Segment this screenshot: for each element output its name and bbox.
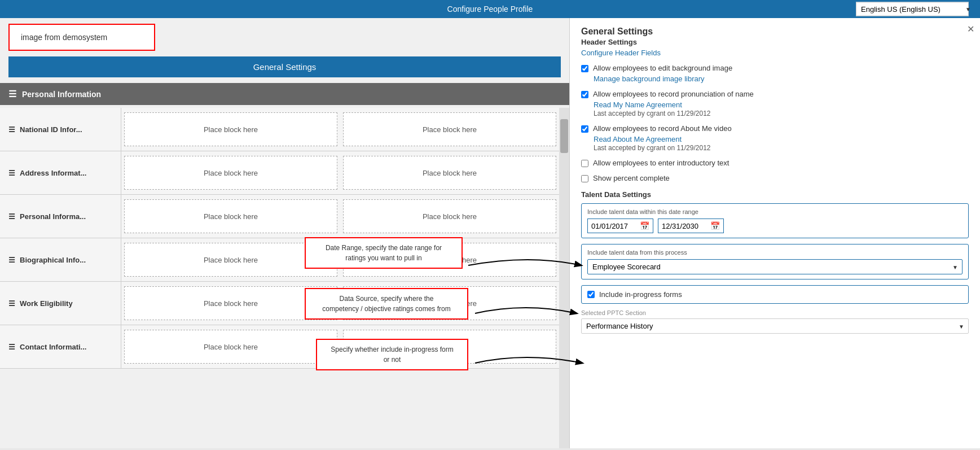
checkbox-percent-complete[interactable] bbox=[581, 175, 588, 182]
place-block-cell[interactable]: Place block here bbox=[343, 156, 556, 190]
right-panel-subtitle: Header Settings bbox=[581, 38, 969, 46]
table-row: ☰ Work Eligibility Place block here Plac… bbox=[0, 282, 559, 325]
date-range-box: Include talent data within this date ran… bbox=[581, 203, 969, 238]
scrollbar[interactable] bbox=[559, 108, 569, 448]
demo-image-box: image from demosystem bbox=[8, 24, 155, 51]
checkbox-row-percent-complete: Show percent complete bbox=[581, 174, 969, 182]
table-row: ☰ Biographical Info... Place block here … bbox=[0, 238, 559, 282]
checkbox-row-background-image: Allow employees to edit background image bbox=[581, 64, 969, 72]
close-icon[interactable]: ✕ bbox=[967, 24, 974, 34]
process-label: Include talent data from this process bbox=[587, 249, 963, 256]
page-title: Configure People Profile bbox=[447, 5, 533, 14]
date-range-row: 📅 📅 bbox=[587, 219, 963, 233]
sub-link-pronunciation: Read My Name Agreement Last accepted by … bbox=[594, 101, 969, 117]
personal-information-section: ☰ Personal Information bbox=[0, 83, 569, 105]
table-row: ☰ National ID Infor... Place block here … bbox=[0, 108, 559, 151]
calendar-start-icon[interactable]: 📅 bbox=[640, 221, 649, 230]
read-about-me-agreement-link[interactable]: Read About Me Agreement bbox=[594, 135, 682, 143]
place-block-cell[interactable] bbox=[343, 330, 556, 364]
drag-handle-icon: ☰ bbox=[8, 343, 15, 351]
left-panel: image from demosystem General Settings ☰… bbox=[0, 18, 570, 448]
place-block-cell[interactable]: Place block here bbox=[124, 286, 337, 320]
read-my-name-agreement-link[interactable]: Read My Name Agreement bbox=[594, 101, 682, 109]
right-panel: ✕ General Settings Header Settings Confi… bbox=[570, 18, 980, 448]
place-block-cell[interactable]: Place block here bbox=[343, 199, 556, 233]
checkbox-pronunciation[interactable] bbox=[581, 91, 588, 98]
place-block-cell[interactable]: Place block here bbox=[124, 156, 337, 190]
process-box: Include talent data from this process Em… bbox=[581, 244, 969, 279]
table-row: ☰ Contact Informati... Place block here bbox=[0, 325, 559, 369]
drag-handle-icon: ☰ bbox=[8, 299, 15, 308]
row-cells: Place block here Place block here bbox=[121, 108, 559, 151]
table-row: ☰ Personal Informa... Place block here P… bbox=[0, 195, 559, 238]
drag-handle-icon: ☰ bbox=[8, 125, 15, 134]
main-container: image from demosystem General Settings ☰… bbox=[0, 18, 980, 448]
pptc-select[interactable]: Performance History Goals Competencies bbox=[581, 318, 969, 334]
place-block-cell[interactable]: Place block here bbox=[124, 199, 337, 233]
drag-handle-icon: ☰ bbox=[8, 169, 15, 177]
scroll-thumb[interactable] bbox=[560, 119, 568, 153]
place-block-cell[interactable]: Place block here bbox=[124, 243, 337, 277]
inprogress-label: Include in-progress forms bbox=[599, 290, 682, 299]
grid-scroll-area: ☰ National ID Infor... Place block here … bbox=[0, 108, 559, 448]
checkbox-row-about-me: Allow employees to record About Me video bbox=[581, 124, 969, 133]
drag-handle-icon: ☰ bbox=[8, 256, 15, 264]
inprogress-checkbox[interactable] bbox=[587, 291, 595, 298]
date-end-input[interactable] bbox=[662, 222, 707, 230]
drag-handle-icon: ☰ bbox=[8, 212, 15, 221]
place-block-cell[interactable]: Place block here bbox=[124, 112, 337, 146]
row-label-contact: ☰ Contact Informati... bbox=[0, 325, 121, 368]
place-block-cell[interactable]: Place block here bbox=[343, 243, 556, 277]
date-range-label: Include talent data within this date ran… bbox=[587, 208, 963, 215]
row-cells: Place block here Place block here bbox=[121, 238, 559, 281]
checkbox-row-pronunciation: Allow employees to record pronunciation … bbox=[581, 90, 969, 98]
date-start-input[interactable] bbox=[591, 222, 636, 230]
language-selector[interactable]: English US (English US) bbox=[856, 2, 969, 16]
about-me-subtext: Last accepted by cgrant on 11/29/2012 bbox=[594, 144, 711, 152]
top-bar: Configure People Profile English US (Eng… bbox=[0, 0, 980, 18]
row-cells: Place block here bbox=[121, 325, 559, 368]
date-end-wrapper: 📅 bbox=[658, 219, 724, 233]
row-label-work-eligibility: ☰ Work Eligibility bbox=[0, 282, 121, 325]
inprogress-box: Include in-progress forms bbox=[581, 285, 969, 304]
checkbox-background-image[interactable] bbox=[581, 65, 588, 72]
row-label-address: ☰ Address Informat... bbox=[0, 151, 121, 194]
right-panel-title: General Settings bbox=[581, 27, 969, 37]
pptc-section: Selected PPTC Section Performance Histor… bbox=[581, 309, 969, 334]
row-label-national-id: ☰ National ID Infor... bbox=[0, 108, 121, 151]
row-cells: Place block here Place block here bbox=[121, 195, 559, 238]
general-settings-button[interactable]: General Settings bbox=[8, 56, 561, 77]
sub-link-about-me: Read About Me Agreement Last accepted by… bbox=[594, 135, 969, 152]
pronunciation-subtext: Last accepted by cgrant on 11/29/2012 bbox=[594, 110, 711, 117]
checkbox-intro-text[interactable] bbox=[581, 160, 588, 167]
calendar-end-icon[interactable]: 📅 bbox=[710, 221, 720, 230]
row-label-personal-info: ☰ Personal Informa... bbox=[0, 195, 121, 238]
pptc-label: Selected PPTC Section bbox=[581, 309, 969, 316]
table-row: ☰ Address Informat... Place block here P… bbox=[0, 151, 559, 195]
checkbox-about-me[interactable] bbox=[581, 125, 588, 133]
row-label-biographical: ☰ Biographical Info... bbox=[0, 238, 121, 281]
place-block-cell[interactable]: Place block here bbox=[124, 330, 337, 364]
checkbox-row-intro-text: Allow employees to enter introductory te… bbox=[581, 159, 969, 167]
talent-data-section-label: Talent Data Settings bbox=[581, 190, 969, 199]
process-select-wrapper[interactable]: Employee Scorecard Performance Review 36… bbox=[587, 259, 963, 274]
place-block-cell[interactable]: Place block here bbox=[343, 286, 556, 320]
date-start-wrapper: 📅 bbox=[587, 219, 653, 233]
manage-background-library-link[interactable]: Manage background image library bbox=[594, 75, 705, 83]
hamburger-icon: ☰ bbox=[8, 89, 16, 99]
pptc-select-wrapper[interactable]: Performance History Goals Competencies bbox=[581, 318, 969, 334]
row-cells: Place block here Place block here bbox=[121, 282, 559, 325]
place-block-cell[interactable]: Place block here bbox=[343, 112, 556, 146]
sub-link-background-image: Manage background image library bbox=[594, 75, 969, 83]
row-cells: Place block here Place block here bbox=[121, 151, 559, 194]
configure-header-fields-link[interactable]: Configure Header Fields bbox=[581, 49, 661, 57]
process-select[interactable]: Employee Scorecard Performance Review 36… bbox=[587, 259, 963, 274]
